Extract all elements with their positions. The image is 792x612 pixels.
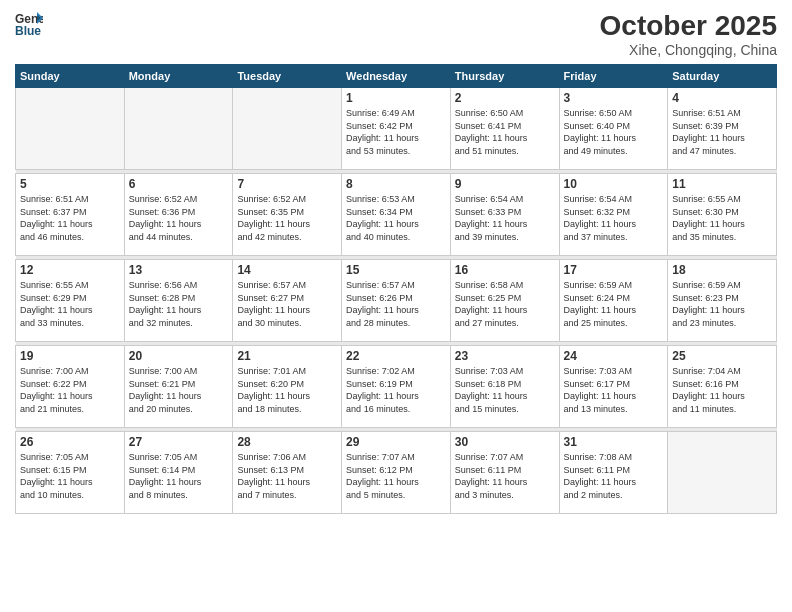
day-number: 25 — [672, 349, 772, 363]
day-info: Sunrise: 6:49 AMSunset: 6:42 PMDaylight:… — [346, 107, 446, 157]
day-number: 17 — [564, 263, 664, 277]
day-info: Sunrise: 6:50 AMSunset: 6:40 PMDaylight:… — [564, 107, 664, 157]
calendar-cell: 14Sunrise: 6:57 AMSunset: 6:27 PMDayligh… — [233, 260, 342, 342]
calendar-cell: 17Sunrise: 6:59 AMSunset: 6:24 PMDayligh… — [559, 260, 668, 342]
day-info: Sunrise: 7:06 AMSunset: 6:13 PMDaylight:… — [237, 451, 337, 501]
weekday-header-sunday: Sunday — [16, 65, 125, 88]
day-number: 31 — [564, 435, 664, 449]
day-info: Sunrise: 7:03 AMSunset: 6:17 PMDaylight:… — [564, 365, 664, 415]
calendar-cell: 29Sunrise: 7:07 AMSunset: 6:12 PMDayligh… — [342, 432, 451, 514]
calendar-week-3: 12Sunrise: 6:55 AMSunset: 6:29 PMDayligh… — [16, 260, 777, 342]
calendar-week-2: 5Sunrise: 6:51 AMSunset: 6:37 PMDaylight… — [16, 174, 777, 256]
day-info: Sunrise: 6:52 AMSunset: 6:36 PMDaylight:… — [129, 193, 229, 243]
calendar-cell: 5Sunrise: 6:51 AMSunset: 6:37 PMDaylight… — [16, 174, 125, 256]
logo-icon: General Blue — [15, 10, 43, 38]
day-number: 1 — [346, 91, 446, 105]
calendar-cell: 22Sunrise: 7:02 AMSunset: 6:19 PMDayligh… — [342, 346, 451, 428]
day-number: 13 — [129, 263, 229, 277]
calendar-cell: 30Sunrise: 7:07 AMSunset: 6:11 PMDayligh… — [450, 432, 559, 514]
calendar-cell: 6Sunrise: 6:52 AMSunset: 6:36 PMDaylight… — [124, 174, 233, 256]
day-info: Sunrise: 6:57 AMSunset: 6:26 PMDaylight:… — [346, 279, 446, 329]
day-number: 24 — [564, 349, 664, 363]
calendar-cell: 8Sunrise: 6:53 AMSunset: 6:34 PMDaylight… — [342, 174, 451, 256]
day-number: 19 — [20, 349, 120, 363]
day-number: 18 — [672, 263, 772, 277]
day-info: Sunrise: 6:55 AMSunset: 6:29 PMDaylight:… — [20, 279, 120, 329]
day-number: 26 — [20, 435, 120, 449]
day-number: 27 — [129, 435, 229, 449]
day-info: Sunrise: 6:52 AMSunset: 6:35 PMDaylight:… — [237, 193, 337, 243]
day-info: Sunrise: 6:53 AMSunset: 6:34 PMDaylight:… — [346, 193, 446, 243]
calendar-cell — [233, 88, 342, 170]
day-number: 16 — [455, 263, 555, 277]
header: General Blue October 2025 Xihe, Chongqin… — [15, 10, 777, 58]
calendar-week-5: 26Sunrise: 7:05 AMSunset: 6:15 PMDayligh… — [16, 432, 777, 514]
calendar-cell: 20Sunrise: 7:00 AMSunset: 6:21 PMDayligh… — [124, 346, 233, 428]
day-info: Sunrise: 6:57 AMSunset: 6:27 PMDaylight:… — [237, 279, 337, 329]
logo: General Blue — [15, 10, 43, 38]
day-number: 30 — [455, 435, 555, 449]
weekday-header-monday: Monday — [124, 65, 233, 88]
day-info: Sunrise: 7:08 AMSunset: 6:11 PMDaylight:… — [564, 451, 664, 501]
day-info: Sunrise: 6:58 AMSunset: 6:25 PMDaylight:… — [455, 279, 555, 329]
calendar-table: SundayMondayTuesdayWednesdayThursdayFrid… — [15, 64, 777, 514]
day-info: Sunrise: 7:01 AMSunset: 6:20 PMDaylight:… — [237, 365, 337, 415]
weekday-header-row: SundayMondayTuesdayWednesdayThursdayFrid… — [16, 65, 777, 88]
day-info: Sunrise: 7:04 AMSunset: 6:16 PMDaylight:… — [672, 365, 772, 415]
day-number: 2 — [455, 91, 555, 105]
day-number: 9 — [455, 177, 555, 191]
calendar-cell: 19Sunrise: 7:00 AMSunset: 6:22 PMDayligh… — [16, 346, 125, 428]
day-info: Sunrise: 7:00 AMSunset: 6:22 PMDaylight:… — [20, 365, 120, 415]
calendar-cell: 2Sunrise: 6:50 AMSunset: 6:41 PMDaylight… — [450, 88, 559, 170]
calendar-cell: 23Sunrise: 7:03 AMSunset: 6:18 PMDayligh… — [450, 346, 559, 428]
day-number: 10 — [564, 177, 664, 191]
day-number: 28 — [237, 435, 337, 449]
day-info: Sunrise: 7:07 AMSunset: 6:11 PMDaylight:… — [455, 451, 555, 501]
calendar-cell: 11Sunrise: 6:55 AMSunset: 6:30 PMDayligh… — [668, 174, 777, 256]
calendar-cell — [668, 432, 777, 514]
day-number: 23 — [455, 349, 555, 363]
page: General Blue October 2025 Xihe, Chongqin… — [0, 0, 792, 612]
calendar-cell: 7Sunrise: 6:52 AMSunset: 6:35 PMDaylight… — [233, 174, 342, 256]
calendar-cell: 1Sunrise: 6:49 AMSunset: 6:42 PMDaylight… — [342, 88, 451, 170]
day-info: Sunrise: 7:07 AMSunset: 6:12 PMDaylight:… — [346, 451, 446, 501]
calendar-cell: 4Sunrise: 6:51 AMSunset: 6:39 PMDaylight… — [668, 88, 777, 170]
calendar-cell: 16Sunrise: 6:58 AMSunset: 6:25 PMDayligh… — [450, 260, 559, 342]
calendar-cell: 10Sunrise: 6:54 AMSunset: 6:32 PMDayligh… — [559, 174, 668, 256]
day-info: Sunrise: 6:59 AMSunset: 6:23 PMDaylight:… — [672, 279, 772, 329]
calendar-cell: 31Sunrise: 7:08 AMSunset: 6:11 PMDayligh… — [559, 432, 668, 514]
calendar-cell: 28Sunrise: 7:06 AMSunset: 6:13 PMDayligh… — [233, 432, 342, 514]
calendar-cell — [16, 88, 125, 170]
day-number: 5 — [20, 177, 120, 191]
calendar-cell: 25Sunrise: 7:04 AMSunset: 6:16 PMDayligh… — [668, 346, 777, 428]
day-info: Sunrise: 6:59 AMSunset: 6:24 PMDaylight:… — [564, 279, 664, 329]
calendar-week-4: 19Sunrise: 7:00 AMSunset: 6:22 PMDayligh… — [16, 346, 777, 428]
day-info: Sunrise: 6:54 AMSunset: 6:32 PMDaylight:… — [564, 193, 664, 243]
calendar-cell: 18Sunrise: 6:59 AMSunset: 6:23 PMDayligh… — [668, 260, 777, 342]
day-info: Sunrise: 7:00 AMSunset: 6:21 PMDaylight:… — [129, 365, 229, 415]
weekday-header-saturday: Saturday — [668, 65, 777, 88]
day-number: 11 — [672, 177, 772, 191]
day-number: 21 — [237, 349, 337, 363]
day-number: 4 — [672, 91, 772, 105]
day-number: 22 — [346, 349, 446, 363]
day-info: Sunrise: 6:54 AMSunset: 6:33 PMDaylight:… — [455, 193, 555, 243]
day-info: Sunrise: 6:55 AMSunset: 6:30 PMDaylight:… — [672, 193, 772, 243]
calendar-cell: 24Sunrise: 7:03 AMSunset: 6:17 PMDayligh… — [559, 346, 668, 428]
weekday-header-thursday: Thursday — [450, 65, 559, 88]
day-info: Sunrise: 6:51 AMSunset: 6:37 PMDaylight:… — [20, 193, 120, 243]
day-info: Sunrise: 6:51 AMSunset: 6:39 PMDaylight:… — [672, 107, 772, 157]
weekday-header-friday: Friday — [559, 65, 668, 88]
day-info: Sunrise: 6:56 AMSunset: 6:28 PMDaylight:… — [129, 279, 229, 329]
day-number: 8 — [346, 177, 446, 191]
day-number: 3 — [564, 91, 664, 105]
day-info: Sunrise: 6:50 AMSunset: 6:41 PMDaylight:… — [455, 107, 555, 157]
weekday-header-wednesday: Wednesday — [342, 65, 451, 88]
day-number: 7 — [237, 177, 337, 191]
title-area: October 2025 Xihe, Chongqing, China — [600, 10, 777, 58]
day-info: Sunrise: 7:02 AMSunset: 6:19 PMDaylight:… — [346, 365, 446, 415]
month-title: October 2025 — [600, 10, 777, 42]
day-info: Sunrise: 7:03 AMSunset: 6:18 PMDaylight:… — [455, 365, 555, 415]
day-number: 15 — [346, 263, 446, 277]
calendar-cell: 26Sunrise: 7:05 AMSunset: 6:15 PMDayligh… — [16, 432, 125, 514]
